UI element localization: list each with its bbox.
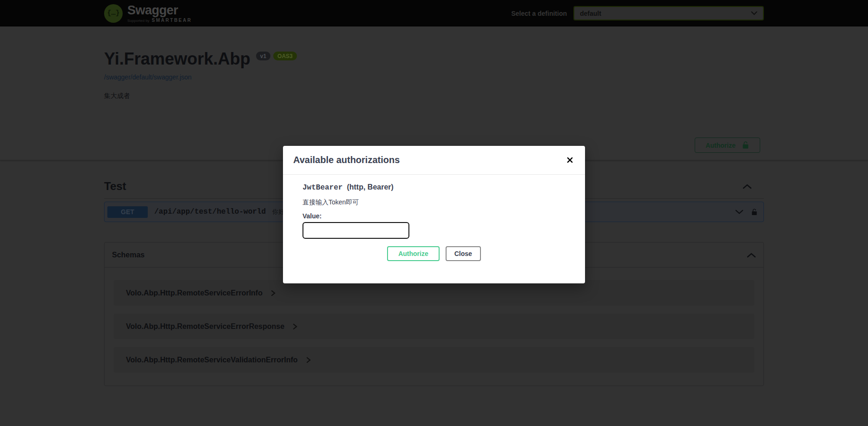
close-x-icon	[567, 157, 573, 163]
auth-scheme-title: JwtBearer (http, Bearer)	[302, 183, 566, 192]
modal-close-action-button[interactable]: Close	[446, 246, 481, 261]
auth-scheme-description: 直接输入Token即可	[302, 198, 566, 207]
modal-close-button[interactable]	[565, 155, 575, 165]
modal-title: Available authorizations	[293, 155, 400, 165]
value-label: Value:	[302, 212, 566, 220]
modal-header: Available authorizations	[283, 146, 585, 175]
token-value-input[interactable]	[302, 222, 409, 239]
authorizations-modal: Available authorizations JwtBearer (http…	[283, 146, 585, 283]
modal-body: JwtBearer (http, Bearer) 直接输入Token即可 Val…	[283, 175, 585, 261]
auth-scheme-type: (http, Bearer)	[347, 183, 393, 191]
auth-scheme-name: JwtBearer	[302, 184, 342, 192]
modal-authorize-button[interactable]: Authorize	[387, 246, 440, 261]
modal-actions: Authorize Close	[302, 246, 566, 261]
